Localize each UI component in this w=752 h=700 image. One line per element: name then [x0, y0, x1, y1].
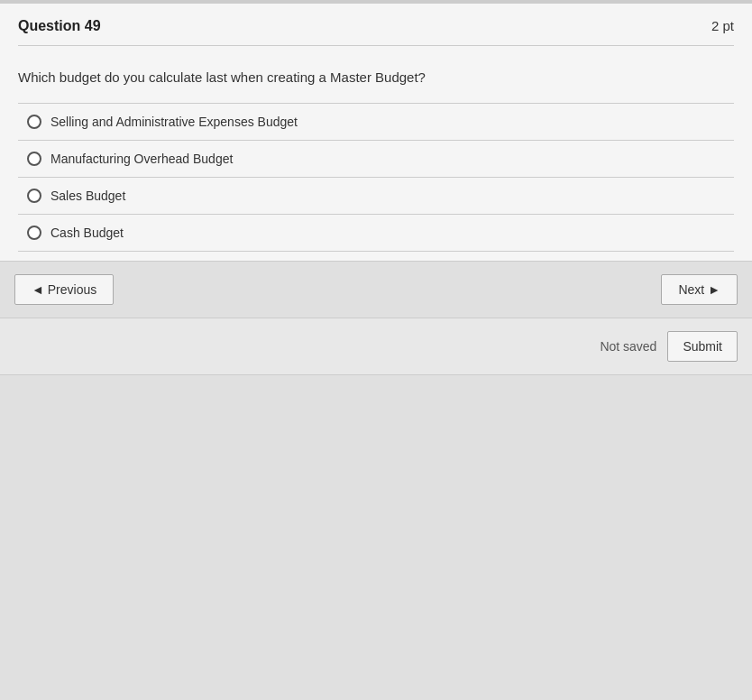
question-container: Question 49 2 pt Which budget do you cal… — [0, 4, 752, 262]
option-item-4[interactable]: Cash Budget — [18, 215, 734, 252]
question-points: 2 pt — [711, 18, 734, 33]
question-number: Question 49 — [18, 18, 101, 34]
radio-button-4[interactable] — [27, 226, 41, 240]
previous-button[interactable]: ◄ Previous — [14, 274, 114, 305]
option-item-1[interactable]: Selling and Administrative Expenses Budg… — [18, 104, 734, 141]
options-list: Selling and Administrative Expenses Budg… — [18, 103, 734, 252]
option-label-4: Cash Budget — [50, 226, 124, 240]
option-item-3[interactable]: Sales Budget — [18, 178, 734, 215]
radio-button-1[interactable] — [27, 115, 41, 129]
option-label-2: Manufacturing Overhead Budget — [50, 152, 233, 166]
next-button[interactable]: Next ► — [661, 274, 738, 305]
radio-button-3[interactable] — [27, 189, 41, 203]
navigation-bar: ◄ Previous Next ► — [0, 262, 752, 318]
submit-bar: Not saved Submit — [0, 318, 752, 375]
option-item-2[interactable]: Manufacturing Overhead Budget — [18, 141, 734, 178]
question-header: Question 49 2 pt — [18, 18, 734, 46]
not-saved-status: Not saved — [600, 339, 656, 354]
question-text: Which budget do you calculate last when … — [18, 60, 734, 85]
option-label-3: Sales Budget — [50, 189, 125, 203]
option-label-1: Selling and Administrative Expenses Budg… — [50, 115, 298, 129]
bottom-area — [0, 375, 752, 700]
radio-button-2[interactable] — [27, 152, 41, 166]
submit-button[interactable]: Submit — [667, 331, 738, 362]
